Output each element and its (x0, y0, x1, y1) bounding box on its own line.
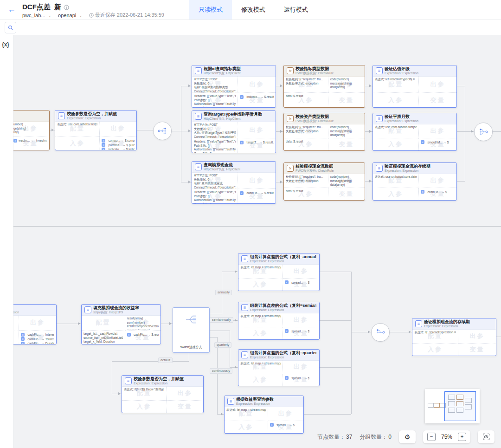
search-button[interactable] (5, 22, 16, 33)
output-line: sum(number) (127, 321, 159, 325)
node-check-simulated-cashflow-data[interactable]: fx校验模拟现金流数据PWC数据校验: CheckRule 配置校验规则: [{… (283, 162, 365, 201)
watermark-out: 出参 (283, 313, 319, 327)
output-line: data(array) (330, 85, 363, 90)
config-line: HTTP方法: POST (194, 123, 236, 127)
variable-icon: x (421, 140, 424, 144)
input-line: data: $.result (286, 189, 326, 194)
flow-edge (319, 367, 351, 368)
node-subtitle: scipy插值: Interp1P9 (93, 311, 139, 314)
config-line: 失败重试: 0 (194, 82, 236, 86)
node-formula-quarterly[interactable]: ≣组装计算点差的公式（复利=quarterly）Expression: Expr… (238, 349, 320, 386)
expression-icon: ≣ (241, 304, 248, 311)
zoom-in-button[interactable]: + (458, 433, 466, 441)
config-line: 失败处理方式: exception (286, 179, 326, 183)
input-line: Headers: [{"valueType":"Text","n... (194, 140, 236, 144)
zoom-level: 75% (440, 434, 454, 440)
variables-toggle[interactable]: {x} (2, 41, 9, 48)
node-verify-cashflow-duration[interactable]: ≣验证模拟现金流的存续期Expression: Expression 配置表达式… (373, 162, 457, 201)
expression-icon: ≣ (227, 398, 234, 405)
node-subtitle: PWC数据校验: CheckRule (295, 71, 334, 75)
output-binding: x_cashFlo... → Duration (21, 342, 54, 344)
input-line: Headers: [{"valueType":"Text","n... (194, 190, 236, 195)
expression-icon: ≣ (376, 165, 383, 172)
output-line: result(array) (127, 317, 159, 321)
output-line: code(number) (330, 175, 363, 179)
expression-icon: ≣ (376, 115, 383, 122)
chevron-down-icon: ⌄ (79, 13, 83, 18)
node-query-targettype-smooth-months[interactable]: ≣查询targetType并找到平滑月数HttpClient节点: HttpCl… (192, 110, 276, 153)
node-check-params-empty-assign-2[interactable]: ≣校验参数是否为空，并赋值Expression: Expression 配置表达… (122, 375, 204, 413)
input-line: data: $.result (286, 140, 326, 144)
output-binding: x_cashFlo... → $.result.dat... (240, 191, 274, 195)
config-line: 表达式: use com.alibaba.fastjson... (57, 123, 97, 127)
node-subtitle: Expression: Expression (385, 71, 418, 75)
tab-edit-mode[interactable]: 修改模式 (232, 0, 275, 19)
config-line: 失败重试: 0 (194, 178, 236, 182)
flow-edge (275, 86, 283, 86)
node-verify-valuation-rating[interactable]: ≣验证估值评级Expression: Expression 配置表达式: let… (373, 65, 457, 108)
node-verify-cashflow-duration-2[interactable]: ≣验证模拟现金流的存续期Expression: Expression 配置表达式… (412, 318, 496, 356)
page-title: DCF点差_新 (22, 3, 61, 12)
variable-icon: x (21, 342, 25, 344)
env-select[interactable]: openapi (58, 13, 76, 18)
minimap-viewport[interactable] (444, 391, 476, 421)
node-check-asset-type-data[interactable]: fx校验资产类型数据PWC数据校验: CheckRule 配置校验规则: [{ … (283, 113, 365, 151)
node-title: 验证模拟现金流的存续期 (385, 164, 430, 169)
node-formula-semiannually[interactable]: ≣组装计算点差的公式（复利=semiannually）Expression: E… (238, 302, 320, 340)
node-title: 根据收益率查询参数 (236, 397, 274, 402)
variable-icon: x (102, 139, 105, 143)
node-title: 查询模拟现金流 (204, 162, 240, 167)
node-query-params-by-yield[interactable]: ≣根据收益率查询参数Expression: Expression 配置表达式: … (224, 396, 304, 434)
output-binding: x_compo... → $.compoun... (102, 139, 135, 143)
output-binding: x_spread... → $ (285, 280, 317, 284)
input-line: Headers: [{"valueType":"Text","n... (194, 94, 236, 98)
last-saved: 最近保存 2022-06-21 14:35:59 (89, 12, 164, 19)
input-line: Query参数: [] (194, 106, 236, 107)
node-check-params-empty-assign[interactable]: ≣校验参数是否为空，并赋值Expression: Expression 配置表达… (55, 110, 137, 150)
info-icon[interactable] (64, 5, 69, 10)
node-check-indicator-type-data[interactable]: fx校验指标类型数据PWC数据校验: CheckRule 配置校验规则: [{ … (283, 65, 365, 108)
join-icon (478, 127, 488, 137)
node-title: 校验参数是否为空，并赋值 (67, 111, 117, 116)
zoom-out-button[interactable]: − (427, 433, 436, 441)
flow-edge (351, 332, 371, 332)
join-node[interactable] (474, 123, 493, 141)
fit-view-button[interactable] (478, 430, 495, 443)
flow-edge (181, 86, 192, 86)
config-line: 表达式: let map = stream.map()... (240, 314, 281, 318)
tab-run-mode[interactable]: 运行模式 (275, 0, 317, 19)
node-query-simulated-cashflow[interactable]: ≣查询模拟现金流HttpClient节点: HttpClient 配置HTTP方… (192, 161, 276, 204)
watermark-in: 入参 (122, 401, 166, 413)
config-line: 名称: 根据id查询指标类型 (194, 85, 236, 90)
gear-icon: ⚙ (405, 433, 411, 441)
node-verify-smooth-months[interactable]: ≣验证平滑月数Expression: Expression 配置表达式: use… (373, 113, 457, 151)
flow-edge (493, 131, 501, 132)
tab-readonly-mode[interactable]: 只读模式 (189, 0, 232, 19)
node-title: 查询targetType并找到平滑月数 (204, 112, 262, 117)
node-formula-annually[interactable]: ≣组装计算点差的公式（复利=annually）Expression: Expre… (238, 253, 320, 291)
node-title: 组装计算点差的公式（复利=annually） (250, 254, 316, 259)
node-title: 组装计算点差的公式（复利=semiannually） (250, 303, 316, 308)
watermark-out: 出参 (238, 172, 276, 188)
node-fill-cashflow-yield[interactable]: ≣填充模拟现金流的收益率scipy插值: Interp1P9 配置 出参resu… (81, 304, 161, 344)
back-button[interactable]: ← (7, 4, 16, 14)
watermark-in: 入参 (225, 421, 268, 433)
minimap[interactable] (425, 389, 480, 423)
fork-node[interactable] (153, 122, 172, 140)
node-query-indicator-type-by-id[interactable]: ≣根据id查询指标类型HttpClient节点: HttpClient 配置HT… (192, 65, 276, 108)
output-line: message(string) (330, 82, 363, 86)
join-node-2[interactable] (371, 323, 390, 342)
watermark-in: 入参 (373, 138, 418, 150)
search-icon (8, 25, 13, 31)
output-binding: x_spread... → $ (285, 376, 317, 380)
watermark-in: 入参 (55, 136, 99, 150)
settings-button[interactable]: ⚙ (399, 430, 416, 443)
watermark-out: 出参 (19, 315, 56, 330)
flow-edge (456, 181, 465, 182)
workspace-select[interactable]: pwc_lab... (22, 13, 45, 18)
config-line: 失败处理方式: exception (286, 130, 326, 134)
join-icon (375, 327, 385, 338)
switch-node[interactable]: switch流程分支 (173, 307, 210, 353)
flow-edge (136, 130, 154, 130)
watermark-var: 变量 (328, 93, 365, 107)
